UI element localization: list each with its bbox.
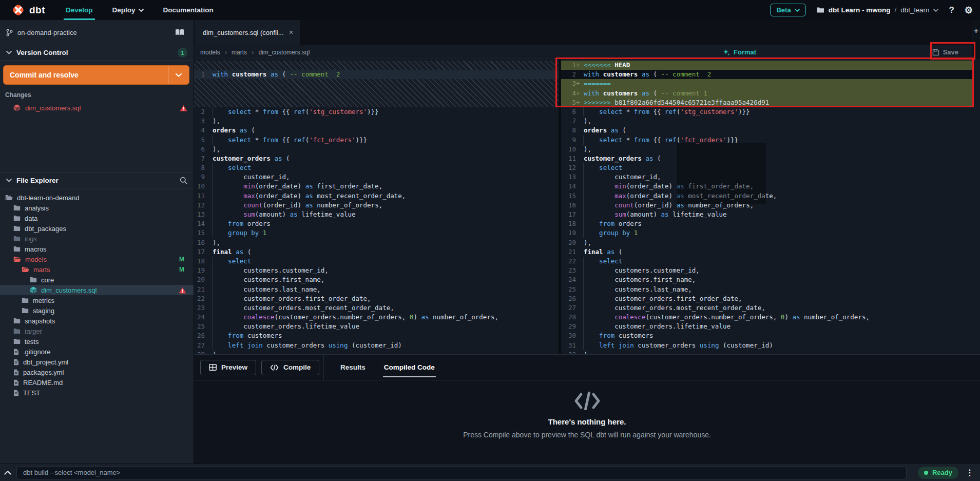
code-line[interactable]: 7customer_orders as ( [194, 154, 559, 163]
chevron-up-icon[interactable] [4, 470, 11, 475]
file-tree-item[interactable]: TEST [0, 388, 194, 398]
code-line[interactable]: 13 customer_id, [561, 172, 972, 182]
code-line[interactable]: 4orders as ( [194, 126, 559, 135]
file-tree-item[interactable]: staging [0, 305, 194, 316]
file-tree-item[interactable]: dbt-learn-on-demand [0, 193, 194, 203]
code-line[interactable]: 5+>>>>>>> b81f802a66fd544504c65721e3ffaa… [561, 98, 972, 107]
new-tab-icon[interactable]: + [972, 20, 980, 35]
code-line[interactable]: 9 customer_id, [194, 172, 559, 182]
code-line[interactable]: 26 from customers [194, 331, 559, 340]
code-line[interactable]: 8orders as ( [561, 126, 972, 135]
code-line[interactable]: 12 select [561, 163, 972, 172]
file-tree-item[interactable]: dbt_project.yml [0, 357, 194, 367]
branch-row[interactable]: on-demand-practice [0, 20, 194, 45]
file-explorer-header[interactable]: File Explorer [0, 172, 194, 188]
nav-deploy[interactable]: Deploy [112, 0, 144, 20]
code-line[interactable]: 32) [561, 350, 972, 354]
tab-dim-customers[interactable]: dim_customers.sql (confli... ✕ [195, 20, 300, 45]
code-line[interactable]: 31 left join customer_orders using (cust… [561, 341, 972, 350]
file-tree-item[interactable]: core [0, 275, 194, 285]
code-line[interactable]: 14 min(order_date) as first_order_date, [561, 182, 972, 191]
code-line[interactable]: 18 from orders [561, 219, 972, 228]
status-badge[interactable]: Ready [918, 467, 958, 479]
code-line[interactable]: 27 left join customer_orders using (cust… [194, 341, 559, 350]
file-tree-item[interactable]: metrics [0, 295, 194, 305]
code-line[interactable]: 25 customer_orders.lifetime_value [194, 322, 559, 331]
editor-pane-modified[interactable]: 1+<<<<<<< HEAD2with customers as ( -- co… [561, 59, 972, 354]
code-line[interactable]: 20 customers.first_name, [194, 275, 559, 284]
code-line[interactable]: 6), [194, 145, 559, 154]
compile-button[interactable]: Compile [261, 360, 319, 375]
code-line[interactable]: 6 select * from {{ ref('stg_customers')}… [561, 107, 972, 117]
code-line[interactable]: 20), [561, 238, 972, 247]
code-line[interactable]: 10), [561, 145, 972, 154]
code-line[interactable]: 4+with customers as ( -- comment 1 [561, 89, 972, 98]
code-line[interactable]: 12 count(order_id) as number_of_orders, [194, 201, 559, 210]
code-line[interactable]: 11customer_orders as ( [561, 154, 972, 163]
code-line[interactable]: 21 customers.last_name, [194, 285, 559, 294]
breadcrumb-marts[interactable]: marts [232, 49, 247, 56]
code-line[interactable]: 15 group by 1 [194, 228, 559, 238]
preview-button[interactable]: Preview [200, 360, 256, 375]
code-line[interactable]: 22 customer_orders.first_order_date, [194, 294, 559, 303]
code-line[interactable]: 19 group by 1 [561, 228, 972, 238]
tab-close-icon[interactable]: ✕ [289, 29, 294, 36]
code-line[interactable]: 7), [561, 117, 972, 126]
code-line[interactable]: 30 from customers [561, 331, 972, 340]
format-button[interactable]: Format [723, 45, 756, 59]
search-icon[interactable] [180, 177, 187, 184]
code-line[interactable]: 21final as ( [561, 247, 972, 257]
breadcrumb-file[interactable]: dim_customers.sql [258, 49, 310, 56]
file-tree-item[interactable]: analysis [0, 203, 194, 213]
code-line[interactable]: 22 select [561, 257, 972, 266]
code-line[interactable]: 2with customers as ( -- comment 2 [561, 70, 972, 79]
code-line[interactable]: 10 min(order_date) as first_order_date, [194, 182, 559, 191]
tab-compiled-code[interactable]: Compiled Code [384, 355, 435, 380]
help-icon[interactable]: ? [949, 6, 954, 14]
code-line[interactable]: 26 customer_orders.first_order_date, [561, 294, 972, 303]
code-line[interactable]: 3), [194, 117, 559, 126]
code-line[interactable]: 16 count(order_id) as number_of_orders, [561, 201, 972, 210]
code-line[interactable]: 16), [194, 238, 559, 247]
editor-pane-original[interactable]: 1with customers as ( -- comment 22 selec… [194, 59, 559, 354]
code-line[interactable]: 5 select * from {{ ref('fct_orders')}} [194, 136, 559, 145]
code-line[interactable]: 24 customers.first_name, [561, 275, 972, 284]
code-line[interactable]: 19 customers.customer_id, [194, 266, 559, 275]
nav-develop[interactable]: Develop [66, 0, 93, 20]
code-line[interactable]: 9 select * from {{ ref('fct_orders')}} [561, 136, 972, 145]
code-line[interactable]: 28) [194, 350, 559, 354]
save-button[interactable]: Save [932, 45, 958, 59]
beta-dropdown[interactable]: Beta [770, 4, 805, 16]
project-selector[interactable]: dbt Learn - mwong / dbt_learn [816, 6, 939, 14]
breadcrumb-models[interactable]: models [200, 49, 220, 56]
docs-book-icon[interactable] [175, 29, 184, 36]
code-line[interactable]: 11 max(order_date) as most_recent_order_… [194, 191, 559, 201]
code-line[interactable]: 14 from orders [194, 219, 559, 228]
code-line[interactable]: 23 customers.customer_id, [561, 266, 972, 275]
code-line[interactable]: 1with customers as ( -- comment 2 [194, 70, 559, 79]
dbt-logo[interactable]: dbt [11, 3, 45, 17]
code-line[interactable]: 13 sum(amount) as lifetime_value [194, 210, 559, 219]
code-line[interactable]: 15 max(order_date) as most_recent_order_… [561, 191, 972, 201]
file-tree-item[interactable]: target [0, 326, 194, 336]
file-tree-item[interactable]: README.md [0, 377, 194, 388]
kebab-menu-icon[interactable]: ⋮ [964, 468, 976, 477]
code-line[interactable]: 17 sum(amount) as lifetime_value [561, 210, 972, 219]
code-line[interactable]: 8 select [194, 163, 559, 172]
file-tree-item[interactable]: tests [0, 336, 194, 347]
command-input[interactable] [16, 466, 907, 479]
changed-file-dim-customers[interactable]: dim_customers.sql [0, 102, 194, 114]
code-line[interactable]: 24 coalesce(customer_orders.number_of_or… [194, 313, 559, 322]
code-line[interactable]: 2 select * from {{ ref('stg_customers')}… [194, 107, 559, 117]
code-line[interactable]: 25 customers.last_name, [561, 285, 972, 294]
tab-results[interactable]: Results [340, 355, 366, 380]
file-tree-item[interactable]: packages.yml [0, 367, 194, 377]
file-tree-item[interactable]: logs [0, 234, 194, 244]
file-tree-item[interactable]: dim_customers.sql [0, 285, 194, 295]
nav-documentation[interactable]: Documentation [163, 0, 214, 20]
file-tree-item[interactable]: modelsM [0, 254, 194, 264]
code-line[interactable]: 23 customer_orders.most_recent_order_dat… [194, 303, 559, 313]
code-line[interactable]: 1+<<<<<<< HEAD [561, 61, 972, 70]
file-tree-item[interactable]: martsM [0, 264, 194, 275]
commit-options-chevron[interactable] [168, 66, 189, 84]
